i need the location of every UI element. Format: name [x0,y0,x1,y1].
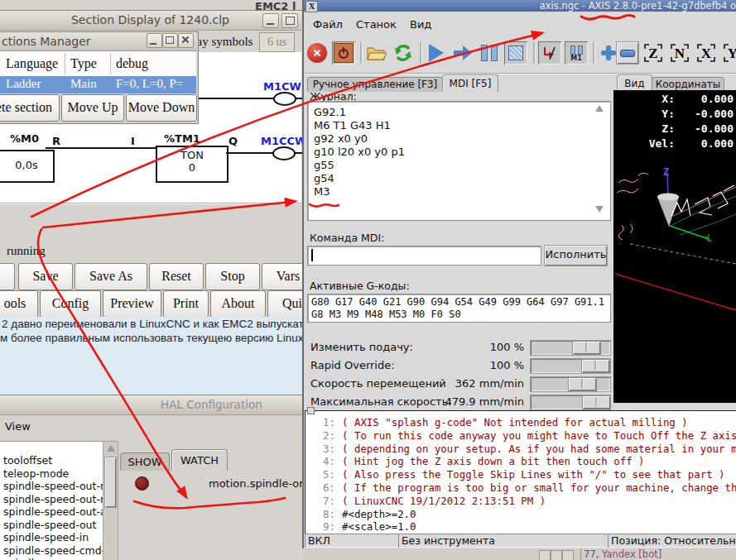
taskbar-cell[interactable] [551,550,562,560]
gcode-line: 2:( To run this code anyway you might ha… [312,429,736,443]
dro-x-value: 0.000 [667,93,734,105]
tree-item[interactable]: tooloffset [0,454,103,467]
journal-line: g55 [314,159,334,171]
taskbar-cell[interactable] [562,550,574,560]
tree-item[interactable]: spindle-speed-in [0,531,103,544]
partial-button[interactable] [0,263,15,290]
listing-grip[interactable] [307,407,315,414]
config-button[interactable]: Config [40,290,101,318]
journal-line: M6 T1 G43 H1 [314,119,391,132]
dro-z-label: Z: [613,122,675,135]
reload-icon[interactable] [392,41,415,65]
view-z-icon[interactable]: Z [642,41,664,65]
gcode-line: 3:( depending on your setup. As if you h… [312,443,736,456]
close-icon[interactable] [178,33,194,48]
open-file-icon[interactable] [365,41,388,65]
rapid-override-slider[interactable] [530,358,611,374]
rapid-override-value: 100 % [410,359,524,371]
save-as-button[interactable]: Save As [75,263,147,290]
hal-tab-watch[interactable]: WATCH [171,449,228,471]
run-step-icon[interactable] [451,41,474,65]
window-icon[interactable]: X [305,1,318,12]
max-velocity-slider[interactable] [530,395,611,410]
minimize-icon[interactable] [147,33,162,48]
gcode-line: 8:#<depth>=2.0 [312,508,736,521]
slider-handle[interactable] [581,359,610,373]
taskbar-user: Yandex [bot] [602,548,661,560]
column-type[interactable]: Type [70,56,97,71]
view-y-icon[interactable]: Y [722,41,736,65]
tree-item[interactable]: spindle-speed-out-ab [0,505,103,519]
minimize-icon[interactable] [262,13,279,28]
maximize-icon[interactable] [162,33,178,48]
about-button[interactable]: About [210,290,266,318]
view-x-icon[interactable]: X [695,41,717,65]
hal-tab-show[interactable]: SHOW [120,452,170,471]
tab-mdi[interactable]: MDI [F5] [442,74,498,92]
tools-button[interactable]: ools [0,290,38,318]
period-field[interactable]: 6 us [259,32,295,52]
move-down-button[interactable]: Move Down [126,94,197,122]
machine-power-icon[interactable] [332,41,355,65]
tree-item[interactable]: spindle-speed-out [0,519,103,532]
slider-handle[interactable] [572,341,601,355]
stop-icon[interactable] [504,41,527,65]
pause-icon[interactable] [478,41,501,65]
move-up-button[interactable]: Move Up [61,94,124,122]
estop-icon[interactable] [305,41,329,65]
dro-x-label: X: [613,93,675,105]
status-machine-state: ВКЛ [305,534,399,548]
section-display-titlebar[interactable]: Section Display of 1240.clp [0,11,301,31]
journal-line: g54 [314,172,334,184]
gcode-listing[interactable]: 1:( AXIS "splash g-code" Not intended fo… [305,410,736,538]
scrollbar-thumb[interactable] [104,457,117,508]
running-status: running [7,244,46,258]
slider-handle[interactable] [582,395,611,409]
sections-table-row[interactable]: Ladder Main F=0, L=0, P= [0,76,196,93]
hal-titlebar[interactable]: HAL Configuration [0,395,302,415]
reset-button[interactable]: Reset [149,263,204,290]
slider-handle[interactable] [568,377,597,391]
journal-listbox[interactable]: G92.1 M6 T1 G43 H1 g92 x0 y0 g10 l20 x0 … [307,101,611,221]
browser-line1: 2 давно переименовали в LinuxCNC и как E… [2,318,310,330]
background-window-title: EMC2 l [255,0,302,10]
view-z-rotated-icon[interactable]: N [669,41,690,65]
delete-section-button[interactable]: ete section [0,94,60,122]
hal-tab-watch-label: WATCH [180,454,219,467]
menu-machine[interactable]: Станок [356,18,397,31]
hal-menu-view[interactable]: View [5,420,31,433]
tree-item[interactable]: spindle-speed-out-rp [0,493,103,506]
menu-file[interactable]: Файл [313,18,343,31]
menu-view[interactable]: Вид [410,18,431,31]
print-button[interactable]: Print [163,290,209,318]
scroll-down-icon[interactable] [595,206,604,213]
axis-titlebar[interactable]: X axis.ngc - AXIS 2.8.0-pre1-42-g7dbefb4… [304,0,736,12]
jog-speed-slider[interactable] [530,376,611,392]
contact-r-label: R [52,135,60,147]
mdi-command-input[interactable] [307,246,541,266]
scroll-up-icon[interactable] [595,105,604,112]
zoom-out-icon[interactable] [616,41,639,65]
tree-item[interactable]: teleop-mode [0,467,103,481]
optional-stop-icon[interactable]: M1 [565,41,588,65]
feed-override-slider[interactable] [530,340,611,356]
stop-button[interactable]: Stop [205,263,260,290]
taskbar-entry[interactable]: 77, Yandex [bot] [584,548,661,560]
mdi-execute-button[interactable]: Исполнить [544,245,608,266]
hal-pin-tree[interactable]: tooloffset teleop-mode spindle-speed-out… [0,441,104,560]
z-axis-label: Z [663,166,669,178]
status-tool: Без инструмента [398,534,609,548]
tree-item[interactable]: spindle-revs [0,557,103,560]
run-icon[interactable] [425,41,448,65]
tree-item[interactable]: spindle-speed-cmd-r [0,544,103,558]
hal-scrollbar[interactable] [103,441,118,560]
preview-button[interactable]: Preview [103,290,161,318]
skip-lines-icon[interactable] [538,41,561,65]
column-debug[interactable]: debug [116,56,148,71]
maximize-icon[interactable] [281,13,298,28]
tree-item[interactable]: spindle-speed-out-rp [0,480,103,493]
column-language[interactable]: Language [6,56,58,71]
save-button[interactable]: Save [18,263,73,290]
tab-view[interactable]: Вид [617,74,652,92]
taskbar-cell[interactable] [539,550,551,560]
